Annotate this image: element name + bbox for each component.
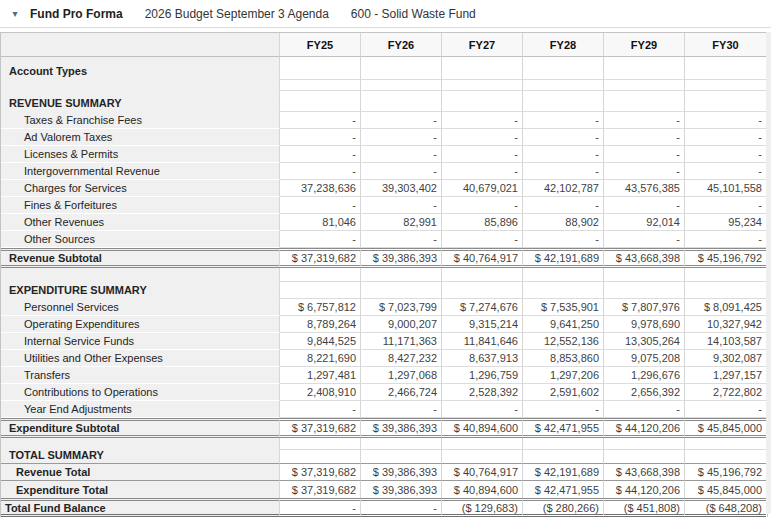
row-label: [1, 80, 280, 91]
row-label: REVENUE SUMMARY: [1, 91, 280, 112]
cell-fy30: 9,302,087: [685, 350, 766, 367]
cell-fy27: 85,896: [442, 214, 523, 231]
cell-fy28: -: [523, 231, 604, 248]
row-label: EXPENDITURE SUMMARY: [1, 282, 280, 299]
cell-fy25: $ 6,757,812: [280, 299, 361, 316]
cell-fy27: ($ 129,683): [442, 498, 523, 517]
title-bar: ▾ Fund Pro Forma 2026 Budget September 3…: [0, 0, 771, 28]
cell-fy30: -: [685, 163, 766, 180]
cell-fy27: $ 40,894,600: [442, 481, 523, 498]
row-contributions-to-operations: Contributions to Operations2,408,9102,46…: [1, 384, 767, 401]
cell-fy27: -: [442, 197, 523, 214]
row-label: Fines & Forfeitures: [1, 197, 280, 214]
cell-fy29: 43,576,385: [604, 180, 685, 197]
row-label: Expenditure Subtotal: [1, 418, 280, 438]
row-label: Utilities and Other Expenses: [1, 350, 280, 367]
cell-fy27: [442, 438, 523, 450]
row-account-types: Account Types: [1, 57, 767, 80]
cell-fy27: -: [442, 401, 523, 418]
cell-fy30: -: [685, 197, 766, 214]
cell-fy29: -: [604, 112, 685, 129]
cell-fy29: -: [604, 146, 685, 163]
cell-fy27: [442, 282, 523, 299]
cell-fy30: [685, 282, 766, 299]
cell-fy28: $ 42,191,689: [523, 248, 604, 268]
cell-fy26: [361, 450, 442, 464]
cell-fy28: $ 42,191,689: [523, 464, 604, 481]
row-ad-valorem-taxes: Ad Valorem Taxes------: [1, 129, 767, 146]
cell-fy25: 8,221,690: [280, 350, 361, 367]
row-label: Account Types: [1, 57, 280, 80]
cell-fy25: [280, 450, 361, 464]
cell-fy29: $ 7,807,976: [604, 299, 685, 316]
cell-fy27: $ 40,764,917: [442, 464, 523, 481]
cell-fy28: [523, 57, 604, 80]
cell-fy28: -: [523, 146, 604, 163]
cell-fy26: $ 7,023,799: [361, 299, 442, 316]
cell-fy26: 11,171,363: [361, 333, 442, 350]
cell-fy26: -: [361, 112, 442, 129]
cell-fy28: 1,297,206: [523, 367, 604, 384]
column-header-fy28: FY28: [523, 33, 604, 57]
row-label: Revenue Subtotal: [1, 248, 280, 268]
cell-fy28: -: [523, 112, 604, 129]
cell-fy28: $ 7,535,901: [523, 299, 604, 316]
cell-fy30: 45,101,558: [685, 180, 766, 197]
cell-fy25: 37,238,636: [280, 180, 361, 197]
cell-fy30: -: [685, 401, 766, 418]
cell-fy27: -: [442, 163, 523, 180]
cell-fy25: [280, 57, 361, 80]
cell-fy26: -: [361, 129, 442, 146]
row-expenditure-summary: EXPENDITURE SUMMARY: [1, 282, 767, 299]
fund-name: 600 - Solid Waste Fund: [351, 7, 476, 21]
row-year-end-adjustments: Year End Adjustments------: [1, 401, 767, 418]
cell-fy25: -: [280, 231, 361, 248]
cell-fy29: $ 44,120,206: [604, 418, 685, 438]
row-spacer: [1, 268, 767, 282]
row-revenue-subtotal: Revenue Subtotal$ 37,319,682$ 39,386,393…: [1, 248, 767, 268]
cell-fy26: 8,427,232: [361, 350, 442, 367]
cell-fy26: -: [361, 401, 442, 418]
row-label: TOTAL SUMMARY: [1, 450, 280, 464]
cell-fy27: -: [442, 112, 523, 129]
cell-fy25: [280, 282, 361, 299]
cell-fy26: 9,000,207: [361, 316, 442, 333]
row-personnel-services: Personnel Services$ 6,757,812$ 7,023,799…: [1, 299, 767, 316]
cell-fy25: -: [280, 129, 361, 146]
row-charges-for-services: Charges for Services37,238,63639,303,402…: [1, 180, 767, 197]
cell-fy30: [685, 438, 766, 450]
cell-fy28: -: [523, 401, 604, 418]
cell-fy29: ($ 451,808): [604, 498, 685, 517]
cell-fy26: 2,466,724: [361, 384, 442, 401]
cell-fy27: 11,841,646: [442, 333, 523, 350]
cell-fy28: 42,102,787: [523, 180, 604, 197]
cell-fy26: -: [361, 163, 442, 180]
cell-fy26: $ 39,386,393: [361, 418, 442, 438]
cell-fy29: 1,296,676: [604, 367, 685, 384]
cell-fy29: 9,978,690: [604, 316, 685, 333]
cell-fy25: [280, 268, 361, 282]
row-label: Intergovernmental Revenue: [1, 163, 280, 180]
row-revenue-summary: REVENUE SUMMARY: [1, 91, 767, 112]
row-label: Internal Service Funds: [1, 333, 280, 350]
row-label: [1, 268, 280, 282]
row-spacer: [1, 438, 767, 450]
column-header-fy29: FY29: [604, 33, 685, 57]
cell-fy28: [523, 282, 604, 299]
cell-fy27: [442, 268, 523, 282]
cell-fy26: $ 39,386,393: [361, 481, 442, 498]
cell-fy30: $ 45,845,000: [685, 418, 766, 438]
cell-fy29: [604, 57, 685, 80]
row-label: [1, 438, 280, 450]
cell-fy29: $ 43,668,398: [604, 248, 685, 268]
row-label: Expenditure Total: [1, 481, 280, 498]
cell-fy27: 2,528,392: [442, 384, 523, 401]
cell-fy25: 81,046: [280, 214, 361, 231]
collapse-triangle-icon[interactable]: ▾: [0, 8, 30, 19]
cell-fy26: [361, 80, 442, 91]
row-internal-service-funds: Internal Service Funds9,844,52511,171,36…: [1, 333, 767, 350]
page-title: Fund Pro Forma: [30, 7, 123, 21]
cell-fy29: [604, 282, 685, 299]
cell-fy25: 1,297,481: [280, 367, 361, 384]
cell-fy30: -: [685, 112, 766, 129]
